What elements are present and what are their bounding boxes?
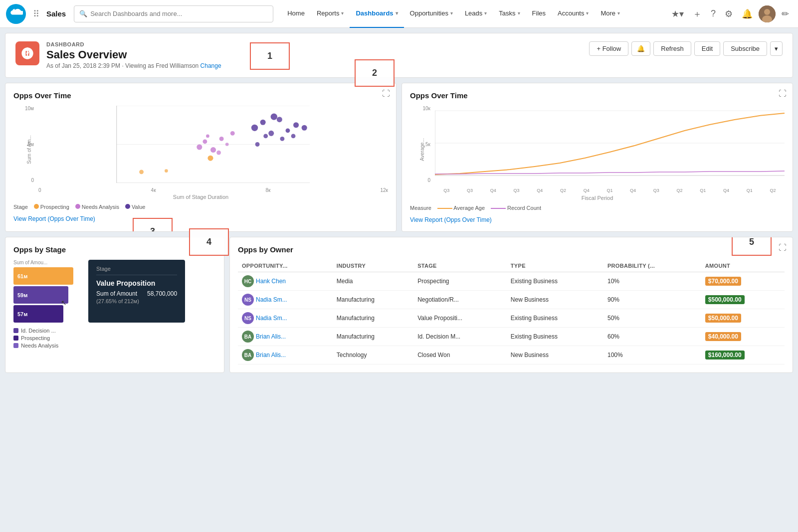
col-opportunity: OPPORTUNITY...	[238, 260, 333, 272]
expand-icon[interactable]: ⛶	[779, 243, 787, 252]
opportunity-link[interactable]: Hank Chen	[256, 278, 286, 285]
probability-cell: 10%	[603, 272, 701, 291]
col-type: TYPE	[507, 260, 603, 272]
bar-57m: 57м	[13, 305, 63, 323]
nav-item-reports[interactable]: Reports ▾	[311, 0, 350, 28]
nav-item-accounts[interactable]: Accounts ▾	[552, 0, 595, 28]
amount-cell: $50,000.00	[701, 309, 785, 328]
svg-point-21	[268, 131, 274, 136]
svg-point-30	[291, 134, 296, 138]
stage-cell: Id. Decision M...	[413, 328, 507, 346]
salesforce-logo[interactable]	[6, 4, 26, 24]
expand-icon[interactable]: ⛶	[382, 89, 390, 98]
svg-point-25	[263, 134, 268, 138]
refresh-button[interactable]: Refresh	[653, 41, 691, 56]
subscribe-button[interactable]: Subscribe	[723, 41, 767, 56]
opportunity-cell: NS Nadia Sm...	[238, 309, 333, 328]
opportunity-link[interactable]: Nadia Sm...	[256, 296, 287, 303]
add-button[interactable]: ＋	[690, 6, 705, 22]
amount-cell: $70,000.00	[701, 272, 785, 291]
svg-point-9	[139, 170, 144, 174]
svg-point-11	[197, 145, 202, 150]
favorites-button[interactable]: ★▾	[668, 6, 687, 21]
opportunity-cell: BA Brian Alis...	[238, 346, 333, 364]
svg-point-15	[206, 135, 209, 138]
opps-by-stage-panel: 4 Opps by Stage Sum of Amou... 61м 59м 5…	[5, 237, 224, 373]
col-probability: PROBABILITY (...	[603, 260, 701, 272]
edit-button[interactable]: Edit	[694, 41, 720, 56]
top-navigation: ⠿ Sales 🔍 Home Reports ▾ Dashboards ▾ Op…	[0, 0, 798, 28]
svg-point-22	[277, 117, 282, 122]
table-row: BA Brian Alis... Technology Closed Won N…	[238, 346, 785, 364]
col-amount: AMOUNT	[701, 260, 785, 272]
probability-cell: 90%	[603, 291, 701, 309]
nav-item-opportunities[interactable]: Opportunities ▾	[404, 0, 459, 28]
svg-point-23	[286, 128, 290, 133]
amount-cell: $160,000.00	[701, 346, 785, 364]
search-bar[interactable]: 🔍	[74, 5, 273, 22]
notify-button[interactable]: 🔔	[631, 41, 650, 56]
svg-point-10	[165, 169, 168, 173]
stage-cell: Value Propositi...	[413, 309, 507, 328]
table-row: HC Hank Chen Media Prospecting Existing …	[238, 272, 785, 291]
opportunity-link[interactable]: Brian Alis...	[256, 352, 286, 358]
industry-cell: Manufacturing	[333, 291, 413, 309]
table-row: NS Nadia Sm... Manufacturing Negotiation…	[238, 291, 785, 309]
bar-59m: 59м	[13, 286, 68, 304]
main-content: DASHBOARD Sales Overview As of Jan 25, 2…	[0, 28, 798, 532]
avatar[interactable]	[759, 5, 776, 22]
expand-icon[interactable]: ⛶	[779, 89, 787, 98]
opportunity-link[interactable]: Brian Alis...	[256, 333, 286, 340]
view-report-link[interactable]: View Report (Opps Over Time)	[13, 215, 95, 222]
svg-point-14	[219, 137, 224, 141]
view-report-link[interactable]: View Report (Opps Over Time)	[410, 216, 492, 223]
nav-menu: Home Reports ▾ Dashboards ▾ Opportunitie…	[281, 0, 664, 28]
industry-cell: Manufacturing	[333, 328, 413, 346]
help-button[interactable]: ?	[708, 6, 719, 21]
chevron-down-icon: ▾	[484, 10, 487, 16]
svg-point-20	[260, 120, 266, 125]
nav-item-home[interactable]: Home	[281, 0, 311, 28]
chevron-down-icon: ▾	[586, 10, 589, 16]
svg-point-19	[251, 125, 258, 131]
grid-icon[interactable]: ⠿	[30, 8, 42, 19]
opps-by-owner-panel: ⛶ 5 Opps by Owner OPPORTUNITY... INDUSTR…	[229, 237, 793, 373]
stage-legend: Id. Decision ... Prospecting Needs Analy…	[13, 328, 216, 349]
chevron-down-icon: ▾	[341, 10, 344, 16]
search-icon: 🔍	[79, 10, 87, 17]
nav-item-more[interactable]: More ▾	[595, 0, 626, 28]
svg-point-26	[271, 114, 277, 120]
opportunity-cell: BA Brian Alis...	[238, 328, 333, 346]
svg-point-8	[207, 156, 213, 161]
edit-pencil-button[interactable]: ✏	[779, 6, 792, 21]
type-cell: New Business	[507, 346, 603, 364]
follow-button[interactable]: + Follow	[589, 41, 628, 56]
change-link[interactable]: Change	[200, 62, 221, 69]
notifications-button[interactable]: 🔔	[739, 6, 756, 21]
legend: Stage Prospecting Needs Analysis Value	[13, 204, 388, 210]
x-axis-label: Fiscal Period	[410, 195, 785, 201]
type-cell: Existing Business	[507, 272, 603, 291]
svg-point-27	[280, 137, 284, 141]
avatar: BA	[242, 331, 254, 343]
svg-point-1	[764, 9, 770, 15]
nav-item-files[interactable]: Files	[526, 0, 552, 28]
nav-item-dashboards[interactable]: Dashboards ▾	[350, 0, 403, 28]
industry-cell: Technology	[333, 346, 413, 364]
cursor-indicator: ↖	[61, 299, 67, 307]
scatter-svg	[38, 106, 388, 183]
more-dropdown-button[interactable]: ▾	[770, 41, 783, 56]
settings-button[interactable]: ⚙	[722, 6, 736, 21]
dashboard-header: DASHBOARD Sales Overview As of Jan 25, 2…	[5, 33, 793, 78]
opportunity-link[interactable]: Nadia Sm...	[256, 315, 287, 322]
col-stage: STAGE	[413, 260, 507, 272]
nav-item-tasks[interactable]: Tasks ▾	[493, 0, 526, 28]
tooltip: Stage Value Proposition Sum of Amount 58…	[88, 260, 185, 323]
search-input[interactable]	[90, 10, 268, 17]
x-axis-label: Sum of Stage Duration	[13, 194, 388, 200]
svg-point-17	[225, 143, 229, 146]
nav-item-leads[interactable]: Leads ▾	[459, 0, 493, 28]
panel-title: Opps by Stage	[13, 245, 216, 254]
line-chart-svg	[435, 106, 785, 180]
charts-row-2: 4 Opps by Stage Sum of Amou... 61м 59м 5…	[5, 237, 793, 373]
